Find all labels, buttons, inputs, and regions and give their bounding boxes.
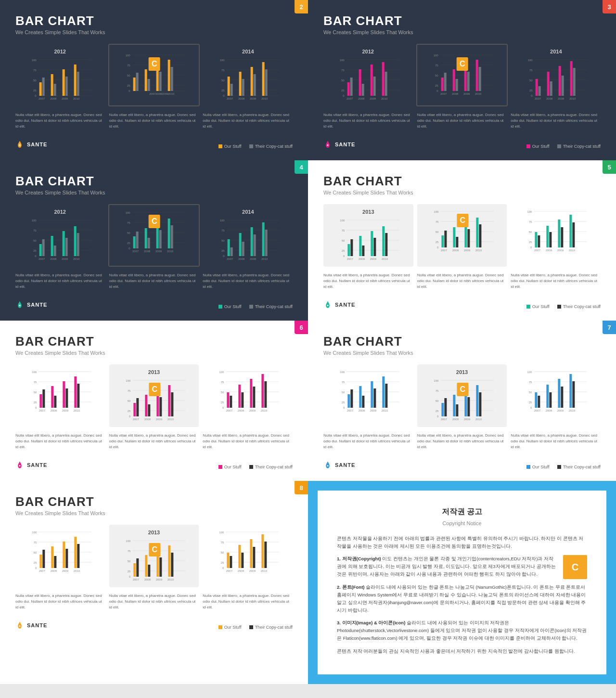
text-block-3: Nulla vitae elit libero, a pharetra augu… <box>203 112 293 129</box>
svg-rect-155 <box>77 233 79 256</box>
svg-text:25: 25 <box>342 249 345 252</box>
svg-point-342 <box>19 465 21 466</box>
svg-rect-12 <box>51 74 53 96</box>
svg-text:2010: 2010 <box>74 409 80 412</box>
svg-text:75: 75 <box>529 69 533 72</box>
text-block-8b: Nulla vitae elit libero, a pharetra augu… <box>109 593 199 610</box>
svg-rect-264 <box>558 220 561 247</box>
svg-rect-261 <box>538 235 540 247</box>
svg-text:2009: 2009 <box>249 569 256 572</box>
svg-text:2007: 2007 <box>534 409 541 412</box>
svg-text:2007: 2007 <box>440 92 447 95</box>
svg-rect-288 <box>63 381 65 408</box>
svg-text:100: 100 <box>32 59 37 62</box>
svg-text:2010: 2010 <box>475 249 482 252</box>
svg-rect-467 <box>242 553 244 568</box>
svg-rect-148 <box>39 244 42 256</box>
svg-rect-399 <box>550 392 552 408</box>
slide-2-legend: Our Stuff Their Copy-cat stuff <box>218 144 293 149</box>
slide-5-subtitle: We Creates Simple Slides That Works <box>323 190 601 195</box>
svg-text:2009: 2009 <box>370 97 376 100</box>
svg-text:75: 75 <box>33 69 37 72</box>
svg-rect-85 <box>373 77 376 96</box>
svg-rect-174 <box>159 230 162 248</box>
svg-text:25: 25 <box>529 241 532 244</box>
bar-chart-4b-svg: 100 75 50 25 0 C 2007 2008 <box>113 210 194 253</box>
svg-text:C: C <box>152 60 157 68</box>
svg-rect-102 <box>444 73 447 91</box>
svg-text:2008: 2008 <box>238 97 245 100</box>
slide-8-subtitle: We Creates Simple Slides That Works <box>15 510 293 516</box>
chart-7-c: 100 75 50 25 0 2007 2008 2009 20 <box>511 364 601 427</box>
svg-text:2007: 2007 <box>132 250 139 253</box>
svg-text:2007: 2007 <box>534 249 541 252</box>
slide-5-legend: Our Stuff Their Copy-cat stuff <box>526 304 601 309</box>
svg-point-70 <box>19 144 21 146</box>
legend-dot-1 <box>218 144 222 148</box>
slide-7-subtitle: We Creates Simple Slides That Works <box>323 350 601 356</box>
text-block-4a: Nulla vitae elit libero, a pharetra augu… <box>15 272 105 290</box>
bar-chart-3b-svg: 100 75 50 25 0 C 2007 2008 <box>421 52 502 96</box>
slide-8: 8 BAR CHART We Creates Simple Slides Tha… <box>0 481 308 684</box>
svg-text:100: 100 <box>126 540 131 543</box>
svg-rect-126 <box>547 72 549 96</box>
svg-rect-104 <box>456 79 458 91</box>
svg-text:25: 25 <box>341 89 345 92</box>
svg-text:75: 75 <box>221 381 224 384</box>
svg-rect-80 <box>347 82 350 96</box>
svg-text:0: 0 <box>530 406 532 409</box>
sante-logo-7: SANTE <box>323 461 355 469</box>
rocket-icon-4 <box>15 300 24 309</box>
svg-rect-81 <box>350 78 353 96</box>
slide-number-6: 6 <box>295 321 308 334</box>
bar-chart-5b-svg: 100 75 50 25 0 C 2007 2008 <box>421 209 503 252</box>
svg-rect-153 <box>65 238 68 256</box>
svg-text:25: 25 <box>34 401 37 404</box>
svg-text:25: 25 <box>342 401 345 404</box>
slide-2: 2 BAR CHART We Creates Simple Slides Tha… <box>0 0 308 160</box>
bar-chart-7b-svg: 100 75 50 25 0 C 2007 2008 <box>421 378 503 421</box>
slide-4-text-blocks: Nulla vitae elit libero, a pharetra augu… <box>15 272 293 290</box>
svg-text:2007: 2007 <box>347 258 354 260</box>
text-block-7b: Nulla vitae elit libero, a pharetra augu… <box>417 433 507 450</box>
svg-text:2009: 2009 <box>463 92 470 95</box>
slide-number-5: 5 <box>603 160 616 174</box>
svg-rect-197 <box>253 234 256 256</box>
svg-text:2007: 2007 <box>440 249 447 252</box>
svg-rect-441 <box>133 563 136 577</box>
svg-text:25: 25 <box>435 241 438 244</box>
svg-text:2007: 2007 <box>149 92 156 95</box>
sante-logo-3: SANTE <box>323 140 355 149</box>
svg-text:75: 75 <box>34 381 37 384</box>
slide-6-title: BAR CHART <box>15 334 293 349</box>
svg-text:75: 75 <box>435 64 438 67</box>
svg-rect-219 <box>362 246 364 256</box>
slide-4-subtitle: We Creates Simple Slides That Works <box>15 190 293 195</box>
svg-rect-443 <box>145 555 147 577</box>
text-block-6a: Nulla vitae elit libero, a pharetra augu… <box>15 433 105 450</box>
svg-text:0: 0 <box>437 246 439 249</box>
svg-rect-57 <box>230 84 232 96</box>
svg-rect-152 <box>63 231 65 256</box>
svg-text:2009: 2009 <box>250 97 257 100</box>
text-block-6b: Nulla vitae elit libero, a pharetra augu… <box>109 433 199 450</box>
svg-rect-442 <box>136 558 139 577</box>
slide-8-charts: 100 75 50 25 0 2007 2008 2009 20 <box>15 525 293 587</box>
svg-text:25: 25 <box>127 410 130 413</box>
svg-rect-196 <box>250 227 253 256</box>
bar-chart-7c-svg: 100 75 50 25 0 2007 2008 2009 20 <box>514 369 597 413</box>
svg-rect-32 <box>133 78 136 91</box>
svg-text:2009: 2009 <box>557 409 564 412</box>
svg-rect-352 <box>347 394 350 408</box>
svg-text:2008: 2008 <box>546 249 552 252</box>
svg-text:50: 50 <box>341 79 345 82</box>
svg-text:2008: 2008 <box>144 578 151 581</box>
svg-rect-218 <box>359 236 361 256</box>
svg-text:2007: 2007 <box>535 97 541 100</box>
svg-rect-16 <box>74 65 77 96</box>
svg-text:50: 50 <box>221 79 225 82</box>
svg-rect-34 <box>145 69 147 91</box>
svg-text:2009: 2009 <box>370 409 377 412</box>
svg-rect-307 <box>145 395 147 416</box>
svg-text:2008: 2008 <box>452 418 459 421</box>
